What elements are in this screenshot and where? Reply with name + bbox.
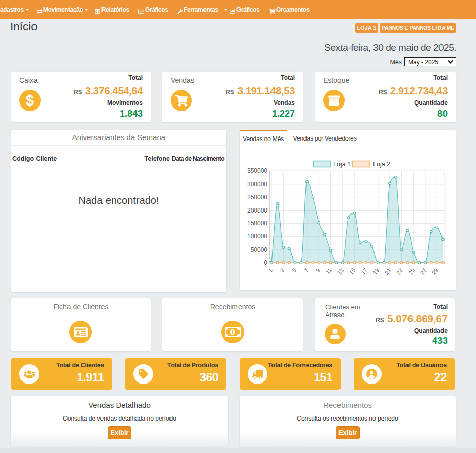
svg-text:200000: 200000 <box>247 207 267 214</box>
svg-text:19: 19 <box>371 267 380 276</box>
svg-text:29: 29 <box>431 267 439 276</box>
svg-text:27: 27 <box>419 267 427 276</box>
svg-text:1: 1 <box>267 267 274 273</box>
svg-text:50000: 50000 <box>251 246 268 253</box>
svg-text:25: 25 <box>407 267 416 276</box>
svg-text:0: 0 <box>264 259 267 266</box>
svg-text:23: 23 <box>395 267 404 276</box>
svg-text:100000: 100000 <box>247 233 267 240</box>
svg-text:21: 21 <box>384 267 392 276</box>
svg-text:250000: 250000 <box>247 194 267 201</box>
svg-text:Loja 1: Loja 1 <box>333 161 351 168</box>
svg-text:11: 11 <box>325 267 333 275</box>
svg-text:13: 13 <box>336 267 345 276</box>
svg-text:Loja 2: Loja 2 <box>373 161 390 168</box>
svg-text:3: 3 <box>279 267 286 273</box>
svg-text:9: 9 <box>315 267 321 273</box>
svg-text:150000: 150000 <box>247 220 267 227</box>
svg-text:300000: 300000 <box>247 181 267 188</box>
svg-text:7: 7 <box>302 267 309 273</box>
svg-text:15: 15 <box>348 267 357 276</box>
svg-text:1: 1 <box>231 329 234 335</box>
svg-text:17: 17 <box>360 267 368 276</box>
svg-text:350000: 350000 <box>247 167 267 175</box>
svg-text:5: 5 <box>291 267 297 273</box>
